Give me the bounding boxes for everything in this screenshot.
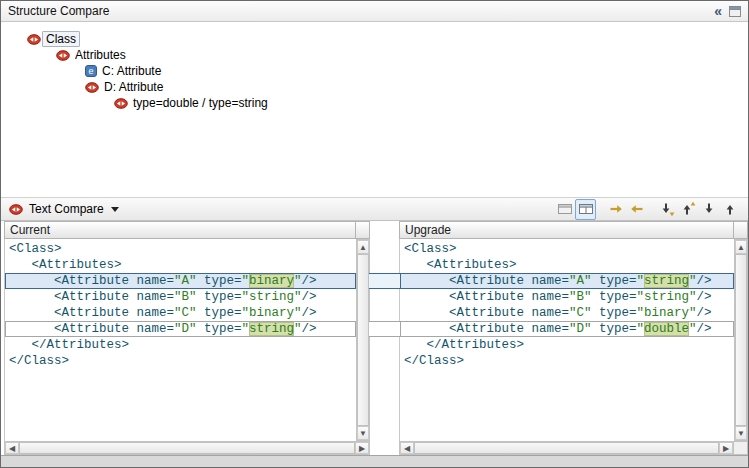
tree-item-label: D: Attribute (104, 80, 163, 94)
scrollbar-track[interactable] (414, 442, 719, 454)
code-line[interactable]: </Class> (400, 353, 734, 369)
scrollbar-track[interactable] (357, 254, 369, 426)
compare-editor-window: Structure Compare « ClassAttributeseC: A… (0, 0, 749, 468)
chevron-down-icon[interactable] (111, 207, 119, 212)
code-line[interactable]: <Attributes> (5, 257, 356, 273)
svg-text:e: e (88, 66, 93, 76)
tree-item[interactable]: D: Attribute (1, 79, 748, 95)
scrollbar-thumb[interactable] (357, 254, 369, 426)
copy-all-left-to-right-icon[interactable] (605, 199, 626, 220)
code-line[interactable]: </Class> (5, 353, 356, 369)
maximize-icon[interactable] (729, 6, 741, 17)
scroll-up-icon[interactable]: ▲ (357, 240, 369, 254)
tree-item[interactable]: Attributes (1, 47, 748, 63)
code-line[interactable]: <Class> (5, 241, 356, 257)
previous-difference-icon[interactable] (677, 199, 698, 220)
scroll-right-icon[interactable]: ▶ (719, 442, 733, 454)
scrollbar-track[interactable] (735, 254, 747, 426)
text-compare-title: Text Compare (29, 202, 104, 216)
right-pane: Upgrade <Class> <Attributes> <Attribute … (399, 221, 748, 455)
minimize-icon[interactable]: « (714, 4, 722, 18)
conflict-icon (9, 204, 23, 215)
left-pane-title: Current (4, 221, 356, 239)
right-scrollbar-header-stub (734, 221, 748, 239)
code-line[interactable]: <Class> (400, 241, 734, 257)
two-pane-view-icon[interactable] (575, 199, 596, 220)
copy-all-right-to-left-icon[interactable] (626, 199, 647, 220)
structure-tree: ClassAttributeseC: AttributeD: Attribute… (1, 22, 748, 197)
scroll-down-icon[interactable]: ▼ (357, 426, 369, 440)
left-vertical-scrollbar[interactable]: ▲ ▼ (356, 239, 370, 441)
left-horizontal-scrollbar[interactable]: ◀ ▶ (4, 441, 370, 455)
code-line[interactable]: <Attribute name="D" type="string"/> (5, 321, 356, 337)
code-line[interactable]: <Attribute name="A" type="string"/> (400, 273, 734, 289)
right-pane-title: Upgrade (399, 221, 734, 239)
bottom-strip (1, 455, 748, 467)
conflict-icon (114, 98, 128, 109)
right-code-area[interactable]: <Class> <Attributes> <Attribute name="A"… (400, 239, 734, 441)
left-code-area[interactable]: <Class> <Attributes> <Attribute name="A"… (5, 239, 356, 441)
next-change-icon[interactable] (698, 199, 719, 220)
right-vertical-scrollbar[interactable]: ▲ ▼ (734, 239, 748, 441)
structure-compare-pane: Structure Compare « ClassAttributeseC: A… (1, 1, 748, 197)
code-line[interactable]: <Attribute name="B" type="string"/> (5, 289, 356, 305)
single-pane-view-icon[interactable] (554, 199, 575, 220)
diff-connector-selected (369, 273, 400, 289)
scrollbar-thumb[interactable] (19, 442, 355, 454)
scroll-left-icon[interactable]: ◀ (400, 442, 414, 454)
code-line[interactable]: <Attribute name="C" type="binary"/> (400, 305, 734, 321)
scrollbar-thumb[interactable] (414, 442, 719, 454)
text-compare-header: Text Compare (1, 197, 748, 221)
diff-connector (369, 321, 400, 337)
left-pane: Current <Class> <Attributes> <Attribute … (4, 221, 370, 455)
scroll-up-icon[interactable]: ▲ (735, 240, 747, 254)
code-line[interactable]: </Attributes> (400, 337, 734, 353)
tree-item-label: type=double / type=string (133, 96, 268, 110)
scroll-down-icon[interactable]: ▼ (735, 426, 747, 440)
tree-item[interactable]: Class (1, 31, 748, 47)
code-line[interactable]: </Attributes> (5, 337, 356, 353)
element-icon: e (85, 65, 97, 77)
scrollbar-corner (734, 441, 748, 455)
tree-item[interactable]: eC: Attribute (1, 63, 748, 79)
previous-change-icon[interactable] (719, 199, 740, 220)
scrollbar-thumb[interactable] (735, 254, 747, 426)
tree-item-label: C: Attribute (102, 64, 161, 78)
next-difference-icon[interactable] (656, 199, 677, 220)
tree-item-label: Class (42, 31, 80, 47)
left-scrollbar-header-stub (356, 221, 370, 239)
structure-compare-title: Structure Compare (8, 4, 109, 18)
code-line[interactable]: <Attribute name="D" type="double"/> (400, 321, 734, 337)
compare-panes: Current <Class> <Attributes> <Attribute … (1, 221, 748, 455)
scroll-left-icon[interactable]: ◀ (5, 442, 19, 454)
text-compare-toolbar (554, 199, 740, 220)
tree-item[interactable]: type=double / type=string (1, 95, 748, 111)
conflict-icon (56, 50, 70, 61)
tree-item-label: Attributes (75, 48, 126, 62)
conflict-icon (27, 34, 41, 45)
code-line[interactable]: <Attribute name="B" type="string"/> (400, 289, 734, 305)
code-line[interactable]: <Attribute name="A" type="binary"/> (5, 273, 356, 289)
right-horizontal-scrollbar[interactable]: ◀ ▶ (399, 441, 734, 455)
code-line[interactable]: <Attributes> (400, 257, 734, 273)
diff-connector-gutter (370, 221, 399, 455)
scroll-right-icon[interactable]: ▶ (355, 442, 369, 454)
code-line[interactable]: <Attribute name="C" type="binary"/> (5, 305, 356, 321)
conflict-icon (85, 82, 99, 93)
scrollbar-track[interactable] (19, 442, 355, 454)
structure-compare-header: Structure Compare « (1, 1, 748, 22)
